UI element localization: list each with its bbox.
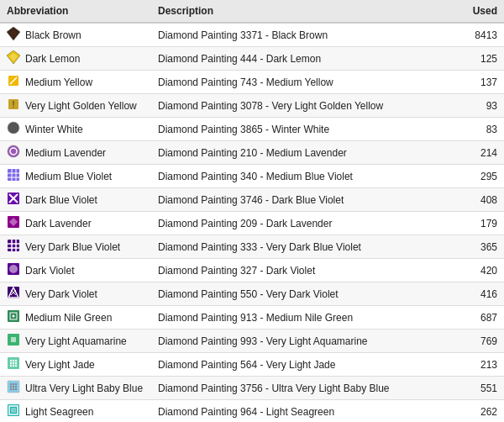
- svg-point-9: [8, 122, 19, 134]
- main-table: Abbreviation Description Used Black Brow…: [0, 0, 504, 422]
- row-icon: [7, 215, 20, 231]
- svg-point-42: [10, 362, 12, 364]
- row-icon: [7, 192, 20, 208]
- used-cell: 179: [462, 212, 504, 235]
- svg-rect-22: [8, 240, 19, 251]
- used-cell: 262: [462, 400, 504, 423]
- description-cell: Diamond Painting 993 - Very Light Aquama…: [151, 330, 462, 353]
- svg-point-40: [13, 360, 14, 361]
- abbreviation-text: Very Dark Blue Violet: [25, 241, 120, 253]
- svg-point-45: [10, 365, 12, 367]
- used-cell: 551: [462, 377, 504, 400]
- abbreviation-cell: Light Seagreen: [0, 400, 151, 423]
- used-cell: 420: [462, 259, 504, 282]
- abbreviation-text: Medium Yellow: [25, 76, 92, 88]
- abbreviation-cell: Medium Yellow: [0, 71, 151, 94]
- abbreviation-cell: Winter White: [0, 118, 151, 141]
- abbreviation-cell: Black Brown: [0, 23, 151, 47]
- used-cell: 137: [462, 71, 504, 94]
- abbreviation-text: Winter White: [25, 124, 83, 135]
- row-icon: [7, 145, 20, 161]
- table-row: Dark VioletDiamond Painting 327 - Dark V…: [0, 259, 504, 282]
- abbreviation-cell: Dark Lemon: [0, 47, 151, 71]
- col-header-description: Description: [151, 0, 462, 23]
- abbreviation-cell: Very Dark Blue Violet: [0, 235, 151, 259]
- description-cell: Diamond Painting 333 - Very Dark Blue Vi…: [151, 235, 462, 259]
- row-icon: [7, 404, 20, 419]
- abbreviation-cell: Dark Blue Violet: [0, 188, 151, 212]
- abbreviation-text: Very Light Aquamarine: [25, 335, 127, 347]
- row-icon: [7, 380, 20, 396]
- abbreviation-text: Dark Violet: [25, 265, 74, 277]
- abbreviation-text: Medium Nile Green: [25, 312, 112, 324]
- abbreviation-text: Ultra Very Light Baby Blue: [25, 382, 143, 394]
- table-row: Very Light AquamarineDiamond Painting 99…: [0, 330, 504, 353]
- used-cell: 769: [462, 330, 504, 353]
- col-header-abbreviation: Abbreviation: [0, 0, 151, 23]
- svg-point-56: [13, 388, 14, 390]
- table-row: Ultra Very Light Baby BlueDiamond Painti…: [0, 377, 504, 400]
- table-row: Very Light JadeDiamond Painting 564 - Ve…: [0, 353, 504, 377]
- abbreviation-text: Dark Lavender: [25, 218, 92, 229]
- abbreviation-text: Very Light Golden Yellow: [25, 100, 137, 112]
- abbreviation-cell: ! Very Light Golden Yellow: [0, 94, 151, 118]
- svg-point-49: [10, 383, 12, 385]
- table-row: Medium YellowDiamond Painting 743 - Medi…: [0, 71, 504, 94]
- svg-rect-12: [8, 169, 19, 181]
- abbreviation-text: Dark Lemon: [25, 53, 80, 65]
- row-icon: [7, 168, 20, 184]
- row-icon: [7, 309, 20, 325]
- description-cell: Diamond Painting 3746 - Dark Blue Violet: [151, 188, 462, 212]
- abbreviation-cell: Very Light Jade: [0, 353, 151, 377]
- table-row: Very Dark Blue VioletDiamond Painting 33…: [0, 235, 504, 259]
- abbreviation-cell: Ultra Very Light Baby Blue: [0, 377, 151, 400]
- row-icon: !: [7, 98, 20, 113]
- col-header-used: Used: [462, 0, 504, 23]
- description-cell: Diamond Painting 210 - Medium Lavender: [151, 141, 462, 165]
- svg-point-44: [15, 362, 17, 364]
- description-cell: Diamond Painting 340 - Medium Blue Viole…: [151, 165, 462, 188]
- description-cell: Diamond Painting 913 - Medium Nile Green: [151, 306, 462, 330]
- row-icon: [7, 286, 20, 302]
- used-cell: 687: [462, 306, 504, 330]
- used-cell: 214: [462, 141, 504, 165]
- svg-point-47: [15, 365, 17, 367]
- abbreviation-cell: Dark Lavender: [0, 212, 151, 235]
- used-cell: 295: [462, 165, 504, 188]
- abbreviation-cell: Very Dark Violet: [0, 282, 151, 306]
- svg-point-52: [10, 386, 12, 388]
- svg-point-57: [15, 388, 17, 390]
- abbreviation-cell: Medium Nile Green: [0, 306, 151, 330]
- svg-point-10: [8, 145, 19, 157]
- abbreviation-text: Black Brown: [25, 29, 81, 41]
- abbreviation-cell: Very Light Aquamarine: [0, 330, 151, 353]
- row-icon: [7, 121, 20, 137]
- used-cell: 365: [462, 235, 504, 259]
- description-cell: Diamond Painting 444 - Dark Lemon: [151, 47, 462, 71]
- table-row: Dark LavenderDiamond Painting 209 - Dark…: [0, 212, 504, 235]
- description-cell: Diamond Painting 327 - Dark Violet: [151, 259, 462, 282]
- abbreviation-text: Light Seagreen: [25, 406, 93, 418]
- used-cell: 125: [462, 47, 504, 71]
- table-row: Dark Blue VioletDiamond Painting 3746 - …: [0, 188, 504, 212]
- table-row: Light SeagreenDiamond Painting 964 - Lig…: [0, 400, 504, 423]
- row-icon: [7, 50, 20, 66]
- description-cell: Diamond Painting 550 - Very Dark Violet: [151, 282, 462, 306]
- used-cell: 8413: [462, 23, 504, 47]
- abbreviation-text: Medium Blue Violet: [25, 171, 112, 182]
- abbreviation-cell: Medium Lavender: [0, 141, 151, 165]
- description-cell: Diamond Painting 3078 - Very Light Golde…: [151, 94, 462, 118]
- used-cell: 416: [462, 282, 504, 306]
- used-cell: 93: [462, 94, 504, 118]
- description-cell: Diamond Painting 209 - Dark Lavender: [151, 212, 462, 235]
- description-cell: Diamond Painting 3756 - Ultra Very Light…: [151, 377, 462, 400]
- used-cell: 83: [462, 118, 504, 141]
- svg-point-43: [13, 362, 14, 364]
- svg-point-28: [9, 265, 18, 273]
- table-row: Very Dark VioletDiamond Painting 550 - V…: [0, 282, 504, 306]
- row-icon: [7, 74, 20, 90]
- svg-point-54: [15, 386, 17, 388]
- table-row: Medium Nile GreenDiamond Painting 913 - …: [0, 306, 504, 330]
- svg-point-55: [10, 388, 12, 390]
- used-cell: 408: [462, 188, 504, 212]
